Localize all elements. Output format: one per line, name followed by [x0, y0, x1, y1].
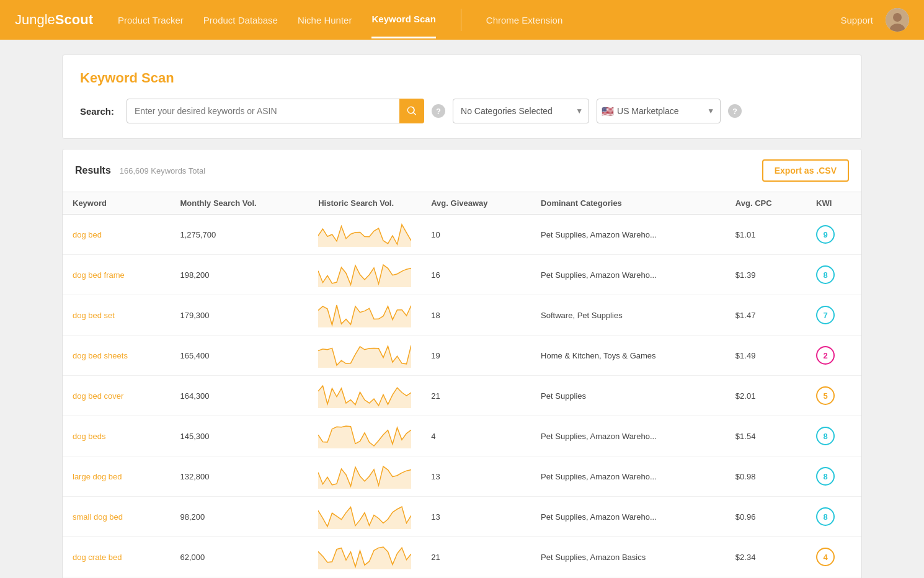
- marketplace-help-icon[interactable]: ?: [728, 104, 742, 118]
- keyword-link[interactable]: dog bed cover: [73, 391, 123, 401]
- cell-avg-cpc: $1.39: [726, 255, 806, 295]
- cell-kwi: 2: [806, 336, 861, 376]
- results-title: Results: [75, 165, 111, 176]
- marketplace-select[interactable]: US Marketplace: [597, 99, 721, 123]
- cell-kwi: 5: [806, 376, 861, 416]
- page-title: Keyword Scan: [80, 70, 844, 86]
- kwi-badge: 4: [816, 548, 835, 566]
- cell-avg-giveaway: 19: [421, 336, 531, 376]
- kwi-badge: 8: [816, 507, 835, 526]
- kwi-badge: 5: [816, 386, 835, 405]
- categories-select[interactable]: No Categories Selected: [453, 99, 589, 123]
- results-count: 166,609 Keywords Total: [120, 166, 206, 176]
- cell-keyword: dog bed sheets: [63, 336, 170, 376]
- keyword-link[interactable]: dog bed set: [73, 311, 115, 320]
- logo-scout: Scout: [55, 12, 93, 28]
- cell-dominant-categories: Pet Supplies, Amazon Wareho...: [531, 215, 726, 255]
- cell-keyword: dog bed cover: [63, 376, 170, 416]
- search-button[interactable]: [399, 99, 424, 123]
- nav-niche-hunter[interactable]: Niche Hunter: [298, 2, 352, 38]
- search-row: Search: ? No Categories Selected ▼ 🇺🇸: [80, 99, 844, 123]
- search-help-icon[interactable]: ?: [432, 104, 445, 118]
- cell-avg-cpc: $0.96: [726, 497, 806, 537]
- search-input-wrap: [127, 99, 424, 123]
- cell-historic-vol: [308, 295, 421, 336]
- keyword-link[interactable]: large dog bed: [73, 472, 122, 481]
- table-row: dog bed sheets 165,400 19 Home & Kitchen…: [63, 336, 861, 376]
- cell-avg-giveaway: 21: [421, 537, 531, 577]
- nav-product-tracker[interactable]: Product Tracker: [118, 2, 184, 38]
- col-kwi: KWI: [806, 192, 861, 215]
- cell-avg-cpc: $0.98: [726, 456, 806, 497]
- cell-dominant-categories: Software, Pet Supplies: [531, 295, 726, 336]
- cell-monthly-vol: 164,300: [170, 376, 308, 416]
- categories-select-wrap: No Categories Selected ▼: [453, 99, 589, 123]
- cell-keyword: dog crate bed: [63, 537, 170, 577]
- cell-avg-cpc: $2.34: [726, 537, 806, 577]
- cell-keyword: dog bed frame: [63, 255, 170, 295]
- keyword-link[interactable]: dog bed: [73, 230, 102, 239]
- nav-right: Support: [840, 8, 909, 32]
- table-row: dog bed set 179,300 18 Software, Pet Sup…: [63, 295, 861, 336]
- table-row: dog bed frame 198,200 16 Pet Supplies, A…: [63, 255, 861, 295]
- cell-kwi: 8: [806, 497, 861, 537]
- search-icon: [406, 105, 417, 117]
- results-header: Results 166,609 Keywords Total Export as…: [63, 149, 861, 192]
- table-body: dog bed 1,275,700 10 Pet Supplies, Amazo…: [63, 215, 861, 579]
- cell-avg-giveaway: 16: [421, 255, 531, 295]
- cell-historic-vol: [308, 416, 421, 456]
- cell-keyword: large dog bed: [63, 456, 170, 497]
- nav-product-database[interactable]: Product Database: [203, 2, 278, 38]
- cell-keyword: dog bed: [63, 215, 170, 255]
- kwi-badge: 2: [816, 346, 835, 365]
- logo[interactable]: JungleScout: [15, 12, 93, 28]
- results-card: Results 166,609 Keywords Total Export as…: [62, 149, 862, 578]
- cell-dominant-categories: Pet Supplies, Amazon Wareho...: [531, 416, 726, 456]
- cell-monthly-vol: 1,275,700: [170, 215, 308, 255]
- table-row: dog beds 145,300 4 Pet Supplies, Amazon …: [63, 416, 861, 456]
- keyword-link[interactable]: dog bed frame: [73, 270, 125, 280]
- cell-dominant-categories: Pet Supplies, Amazon Wareho...: [531, 497, 726, 537]
- navbar: JungleScout Product Tracker Product Data…: [0, 0, 924, 40]
- col-historic-vol: Historic Search Vol.: [308, 192, 421, 215]
- cell-keyword: dog beds: [63, 416, 170, 456]
- cell-avg-giveaway: 4: [421, 416, 531, 456]
- kwi-badge: 7: [816, 306, 835, 324]
- table-row: large dog bed 132,800 13 Pet Supplies, A…: [63, 456, 861, 497]
- keyword-link[interactable]: dog crate bed: [73, 553, 122, 562]
- cell-dominant-categories: Pet Supplies, Amazon Wareho...: [531, 255, 726, 295]
- keyword-link[interactable]: dog beds: [73, 432, 106, 441]
- col-keyword: Keyword: [63, 192, 170, 215]
- keyword-link[interactable]: dog bed sheets: [73, 351, 128, 360]
- export-csv-button[interactable]: Export as .CSV: [762, 159, 849, 182]
- cell-monthly-vol: 145,300: [170, 416, 308, 456]
- keyword-link[interactable]: small dog bed: [73, 512, 123, 522]
- cell-dominant-categories: Home & Kitchen, Toys & Games: [531, 336, 726, 376]
- nav-keyword-scan[interactable]: Keyword Scan: [371, 1, 435, 38]
- cell-historic-vol: [308, 336, 421, 376]
- cell-monthly-vol: 165,400: [170, 336, 308, 376]
- cell-keyword: dog bed set: [63, 295, 170, 336]
- cell-avg-cpc: $1.54: [726, 416, 806, 456]
- results-table: Keyword Monthly Search Vol. Historic Sea…: [63, 192, 861, 578]
- search-input[interactable]: [127, 99, 424, 123]
- kwi-badge: 8: [816, 467, 835, 486]
- cell-avg-giveaway: 18: [421, 295, 531, 336]
- cell-kwi: 8: [806, 255, 861, 295]
- kwi-badge: 9: [816, 225, 835, 244]
- cell-dominant-categories: Pet Supplies: [531, 376, 726, 416]
- table-header: Keyword Monthly Search Vol. Historic Sea…: [63, 192, 861, 215]
- user-avatar[interactable]: [886, 8, 909, 32]
- logo-jungle: Jungle: [15, 12, 55, 28]
- cell-keyword: small dog bed: [63, 497, 170, 537]
- cell-avg-cpc: $1.01: [726, 215, 806, 255]
- nav-support[interactable]: Support: [840, 15, 873, 25]
- cell-avg-giveaway: 13: [421, 497, 531, 537]
- nav-divider: [461, 9, 461, 31]
- nav-chrome-extension[interactable]: Chrome Extension: [486, 2, 562, 38]
- cell-monthly-vol: 179,300: [170, 295, 308, 336]
- kwi-badge: 8: [816, 265, 835, 284]
- cell-dominant-categories: Pet Supplies, Amazon Wareho...: [531, 456, 726, 497]
- cell-monthly-vol: 98,200: [170, 497, 308, 537]
- cell-avg-cpc: $1.49: [726, 336, 806, 376]
